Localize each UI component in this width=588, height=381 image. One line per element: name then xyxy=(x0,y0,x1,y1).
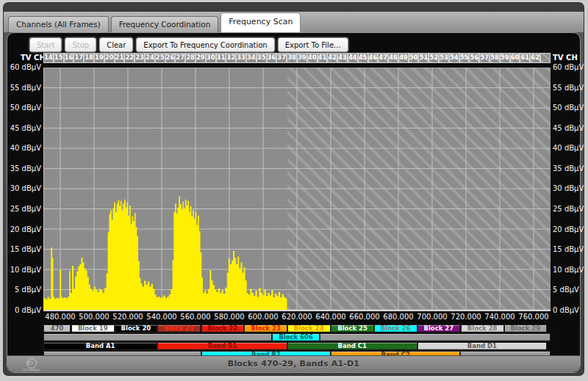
tv-channel-cell: 59 xyxy=(500,53,510,63)
db-tick-label: 35 dBµV xyxy=(553,164,584,173)
spectrum-plot[interactable] xyxy=(43,68,551,311)
tab-frequency-coordination[interactable]: Frequency Coordination xyxy=(111,16,219,32)
tab-bar: Channels (All Frames)Frequency Coordinat… xyxy=(4,12,584,32)
tv-channel-cell: 35 xyxy=(257,53,267,63)
tv-channel-cell: 14 xyxy=(43,53,54,63)
tv-channel-cell: 48 xyxy=(388,53,398,63)
db-tick-label: 40 dBµV xyxy=(553,144,584,152)
tv-channel-cell: 54 xyxy=(449,53,459,63)
db-tick-label: 50 dBµV xyxy=(10,104,41,112)
block-band-rows: 470Block 19Block 20Block 21Block 22Block… xyxy=(43,324,551,359)
tv-channel-cell: 62 xyxy=(530,53,540,63)
tab-channels-all-frames[interactable]: Channels (All Frames) xyxy=(8,16,109,32)
tv-channel-cell: 55 xyxy=(459,53,470,63)
export-to-frequency-coordination-button[interactable]: Export To Frequency Coordination xyxy=(136,37,274,52)
block-22-segment: Block 22 xyxy=(201,324,245,333)
db-tick-label: 55 dBµV xyxy=(10,84,41,92)
tv-channel-cell: 52 xyxy=(429,53,439,63)
tv-channel-cell: 26 xyxy=(165,53,176,63)
application-window: Channels (All Frames)Frequency Coordinat… xyxy=(0,0,588,381)
db-axis-right: 60 dBµV55 dBµV50 dBµV45 dBµV40 dBµV35 dB… xyxy=(553,63,585,314)
tv-channel-cell: 42 xyxy=(327,53,337,63)
block-28-segment: Block 28 xyxy=(461,324,504,333)
block-27-segment: Block 27 xyxy=(417,324,461,333)
db-tick-label: 10 dBµV xyxy=(553,266,584,274)
frequency-tick-label: 560.000 xyxy=(180,313,210,321)
block-23-segment: Block 23 xyxy=(244,324,287,333)
export-to-file-button[interactable]: Export To File... xyxy=(278,37,348,52)
db-tick-label: 60 dBµV xyxy=(553,63,584,71)
block-21-segment: Block 21 xyxy=(157,324,201,333)
frequency-axis: 480.000500.000520.000540.000560.000580.0… xyxy=(43,313,551,322)
tv-channel-cell: 29 xyxy=(196,53,206,63)
tv-channel-cell: 22 xyxy=(124,53,135,63)
db-tick-label: 20 dBµV xyxy=(553,225,584,233)
tv-channel-cell: 49 xyxy=(398,53,409,63)
db-tick-label: 5 dBµV xyxy=(553,286,579,294)
frequency-tick-label: 480.000 xyxy=(45,313,75,321)
db-tick-label: 60 dBµV xyxy=(10,63,41,71)
status-bar: LECTROSONICS Blocks 470-29, Bands A1-D1 xyxy=(7,355,580,372)
db-tick-label: 0 dBµV xyxy=(553,306,579,314)
tv-channel-cell: 53 xyxy=(439,53,449,63)
470-segment: 470 xyxy=(43,324,71,333)
tv-channel-cell: 33 xyxy=(236,53,246,63)
band-c1-segment: Band C1 xyxy=(287,342,417,350)
tv-channel-cell: 30 xyxy=(206,53,216,63)
frequency-tick-label: 520.000 xyxy=(112,313,143,321)
frequency-tick-label: 680.000 xyxy=(383,313,413,321)
band-filler-segment xyxy=(43,333,272,341)
db-axis-left: 60 dBµV55 dBµV50 dBµV45 dBµV40 dBµV35 dB… xyxy=(9,63,41,314)
tv-channel-cell xyxy=(540,53,551,63)
spectrum-trace xyxy=(43,196,287,310)
db-tick-label: 0 dBµV xyxy=(15,306,41,314)
db-tick-label: 10 dBµV xyxy=(10,266,41,274)
block-26-segment: Block 26 xyxy=(374,324,417,333)
tv-channel-cell: 28 xyxy=(185,53,196,63)
tv-channel-cell: 41 xyxy=(318,53,328,63)
status-text: Blocks 470-29, Bands A1-D1 xyxy=(7,359,580,369)
spectrum-chart xyxy=(43,68,551,310)
block-row-2: Block 606 xyxy=(43,333,551,341)
tv-channel-cell: 18 xyxy=(84,53,94,63)
frequency-tick-label: 540.000 xyxy=(146,313,176,321)
frequency-tick-label: 600.000 xyxy=(248,313,278,321)
tv-channel-cell: 61 xyxy=(520,53,530,63)
tv-channel-cell: 51 xyxy=(418,53,429,63)
tv-channel-cell: 57 xyxy=(479,53,490,63)
tv-channel-cell: 31 xyxy=(216,53,226,63)
db-tick-label: 30 dBµV xyxy=(553,184,584,192)
db-tick-label: 20 dBµV xyxy=(10,225,41,233)
tv-channel-cell: 44 xyxy=(348,53,358,63)
tv-ch-label-right: TV CH xyxy=(553,54,578,62)
db-tick-label: 45 dBµV xyxy=(10,124,41,132)
frequency-tick-label: 760.000 xyxy=(518,313,548,321)
tv-channel-cell: 20 xyxy=(104,53,115,63)
block-20-segment: Block 20 xyxy=(115,324,158,333)
band-a1-segment: Band A1 xyxy=(43,342,157,350)
stop-button[interactable]: Stop xyxy=(65,37,96,52)
tab-frequency-scan[interactable]: Frequency Scan xyxy=(220,12,301,32)
tv-channel-cell: 36 xyxy=(267,53,277,63)
tv-channel-cell: 19 xyxy=(94,53,104,63)
db-tick-label: 5 dBµV xyxy=(15,286,41,294)
frequency-tick-label: 620.000 xyxy=(282,313,312,321)
tv-channel-cell: 17 xyxy=(74,53,84,63)
window-top-strip xyxy=(4,3,584,12)
frequency-tick-label: 720.000 xyxy=(451,313,481,321)
db-tick-label: 15 dBµV xyxy=(10,245,41,253)
tv-channel-cell: 50 xyxy=(409,53,419,63)
db-tick-label: 15 dBµV xyxy=(553,245,584,253)
tv-channel-cell: 23 xyxy=(135,53,145,63)
frequency-tick-label: 500.000 xyxy=(79,313,109,321)
tv-channel-cell: 21 xyxy=(115,53,125,63)
start-button[interactable]: Start xyxy=(29,37,62,52)
frequency-tick-label: 640.000 xyxy=(315,313,345,321)
band-b1-segment: Band B1 xyxy=(157,342,287,350)
block-row-1: 470Block 19Block 20Block 21Block 22Block… xyxy=(43,324,551,333)
clear-button[interactable]: Clear xyxy=(99,37,133,52)
frequency-scan-panel: StartStopClearExport To Frequency Coordi… xyxy=(7,32,581,373)
tv-channel-cell: 46 xyxy=(368,53,379,63)
tv-channel-cell: 25 xyxy=(155,53,165,63)
block-25-segment: Block 25 xyxy=(331,324,374,333)
